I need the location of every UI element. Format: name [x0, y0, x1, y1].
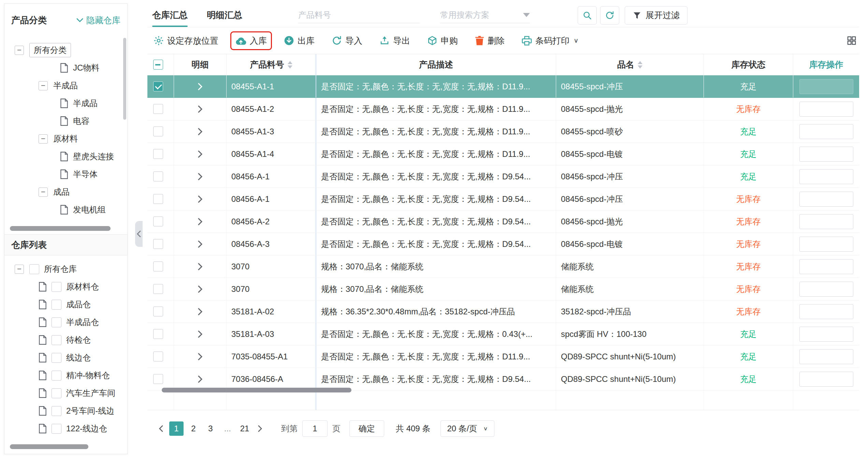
warehouse-horizontal-scrollbar[interactable] [10, 444, 88, 449]
table-row[interactable]: 08456-A-1是否固定：无,颜色：无,长度：无,宽度：无,规格：D9.54.… [147, 165, 859, 188]
stock-action-input[interactable] [799, 79, 853, 94]
page-button-21[interactable]: 21 [237, 421, 252, 436]
row-checkbox[interactable] [153, 307, 163, 316]
warehouse-checkbox[interactable] [52, 353, 61, 363]
stock-action-input[interactable] [799, 372, 853, 387]
row-checkbox[interactable] [153, 262, 163, 271]
table-row[interactable]: 7036-08456-A是否固定：无,颜色：无,长度：无,宽度：无,规格：D9.… [147, 368, 859, 390]
set-location-button[interactable]: 设定存放位置 [149, 32, 222, 49]
barcode-print-button[interactable]: 条码打印∨ [518, 32, 583, 49]
row-checkbox[interactable] [153, 217, 163, 226]
table-row[interactable]: 08455-A1-2是否固定：无,颜色：无,长度：无,宽度：无,规格：D11.9… [147, 98, 859, 120]
expand-row-icon[interactable] [198, 195, 203, 204]
table-row[interactable]: 08455-A1-3是否固定：无,颜色：无,长度：无,宽度：无,规格：D11.9… [147, 120, 859, 143]
table-row[interactable]: 08455-A1-1是否固定：无,颜色：无,长度：无,宽度：无,规格：D11.9… [147, 75, 859, 98]
warehouse-item[interactable]: −所有仓库 [4, 260, 127, 278]
collapse-icon[interactable]: − [39, 134, 48, 144]
select-all-checkbox[interactable] [153, 60, 163, 70]
category-item[interactable]: 壁虎头连接 [4, 148, 127, 165]
stock-action-input[interactable] [799, 124, 853, 139]
tab-detail-summary[interactable]: 明细汇总 [207, 3, 242, 27]
row-checkbox[interactable] [153, 104, 163, 114]
stock-action-input[interactable] [799, 349, 853, 364]
expand-row-icon[interactable] [198, 375, 203, 384]
import-button[interactable]: 导入 [328, 32, 366, 49]
page-button-2[interactable]: 2 [186, 421, 201, 436]
expand-row-icon[interactable] [198, 217, 203, 226]
delete-button[interactable]: 删除 [471, 32, 509, 49]
inbound-button[interactable]: 入库 [231, 32, 271, 49]
stock-action-input[interactable] [799, 259, 853, 274]
warehouse-item[interactable]: 待检仓 [4, 331, 127, 349]
warehouse-item[interactable]: 成品仓 [4, 296, 127, 313]
row-checkbox[interactable] [153, 127, 163, 136]
page-button-1[interactable]: 1 [169, 421, 184, 436]
warehouse-checkbox[interactable] [52, 317, 61, 327]
warehouse-checkbox[interactable] [52, 300, 61, 310]
stock-action-input[interactable] [799, 304, 853, 319]
row-checkbox[interactable] [153, 239, 163, 249]
warehouse-checkbox[interactable] [52, 335, 61, 345]
warehouse-checkbox[interactable] [52, 424, 61, 434]
collapse-icon[interactable]: − [15, 46, 24, 55]
warehouse-item[interactable]: 半成品仓 [4, 313, 127, 331]
expand-row-icon[interactable] [198, 150, 203, 159]
category-horizontal-scrollbar[interactable] [10, 226, 111, 231]
collapse-icon[interactable]: − [39, 188, 48, 197]
category-vertical-scrollbar[interactable] [123, 38, 126, 120]
expand-row-icon[interactable] [198, 127, 203, 136]
stock-action-input[interactable] [799, 237, 853, 252]
warehouse-item[interactable]: 线边仓 [4, 349, 127, 367]
expand-row-icon[interactable] [198, 330, 203, 339]
row-checkbox[interactable] [153, 284, 163, 294]
category-item[interactable]: −所有分类 [4, 41, 127, 59]
hide-warehouse-link[interactable]: 隐藏仓库 [76, 15, 120, 26]
search-button[interactable] [578, 6, 597, 25]
search-plan-select[interactable]: 常用搜索方案 [440, 8, 530, 23]
next-page-button[interactable] [253, 421, 267, 436]
row-checkbox[interactable] [153, 149, 163, 159]
sort-icon[interactable] [638, 61, 642, 69]
table-row[interactable]: 35181-A-02规格：36.35*2.30*0.48mm,品名：35182-… [147, 300, 859, 323]
table-row[interactable]: 08456-A-1是否固定：无,颜色：无,长度：无,宽度：无,规格：D9.54.… [147, 188, 859, 210]
warehouse-checkbox[interactable] [52, 406, 61, 416]
warehouse-item[interactable]: 精冲-物料仓 [4, 367, 127, 384]
expand-row-icon[interactable] [198, 307, 203, 316]
warehouse-item[interactable]: 122-线边仓 [4, 420, 127, 437]
row-checkbox[interactable] [153, 81, 163, 91]
expand-row-icon[interactable] [198, 285, 203, 294]
warehouse-item[interactable]: 2号车间-线边 [4, 402, 127, 420]
stock-action-input[interactable] [799, 327, 853, 342]
collapse-icon[interactable]: − [15, 265, 24, 274]
row-checkbox[interactable] [153, 352, 163, 361]
outbound-button[interactable]: 出库 [280, 32, 319, 49]
warehouse-checkbox[interactable] [29, 264, 39, 274]
export-button[interactable]: 导出 [375, 32, 414, 49]
sidebar-collapse-handle[interactable] [135, 221, 143, 247]
stock-action-input[interactable] [799, 192, 853, 207]
category-item[interactable]: −半成品 [4, 77, 127, 94]
category-item[interactable]: 半成品 [4, 94, 127, 112]
collapse-icon[interactable]: − [39, 81, 48, 90]
part-no-input[interactable] [298, 8, 420, 23]
row-checkbox[interactable] [153, 329, 163, 339]
table-horizontal-scrollbar[interactable] [162, 388, 351, 392]
warehouse-item[interactable]: 原材料仓 [4, 278, 127, 296]
category-item[interactable]: 电容 [4, 112, 127, 130]
table-row[interactable]: 35181-A-03是否固定：无,颜色：无,长度：无,宽度：无,规格：0.43(… [147, 323, 859, 345]
prev-page-button[interactable] [154, 421, 168, 436]
expand-row-icon[interactable] [198, 82, 203, 91]
sort-icon[interactable] [288, 61, 292, 69]
stock-action-input[interactable] [799, 169, 853, 184]
row-checkbox[interactable] [153, 194, 163, 204]
tab-warehouse-summary[interactable]: 仓库汇总 [152, 3, 188, 27]
warehouse-checkbox[interactable] [52, 371, 61, 381]
warehouse-item[interactable]: 汽车生产车间 [4, 384, 127, 402]
category-item[interactable]: −成品 [4, 183, 127, 201]
confirm-button[interactable]: 确定 [349, 420, 384, 437]
expand-row-icon[interactable] [198, 352, 203, 361]
table-row[interactable]: 08455-A1-4是否固定：无,颜色：无,长度：无,宽度：无,规格：D11.9… [147, 143, 859, 165]
table-row[interactable]: 3070规格：3070,品名：储能系统储能系统无库存 [147, 255, 859, 278]
category-item[interactable]: −原材料 [4, 130, 127, 148]
row-checkbox[interactable] [153, 374, 163, 384]
